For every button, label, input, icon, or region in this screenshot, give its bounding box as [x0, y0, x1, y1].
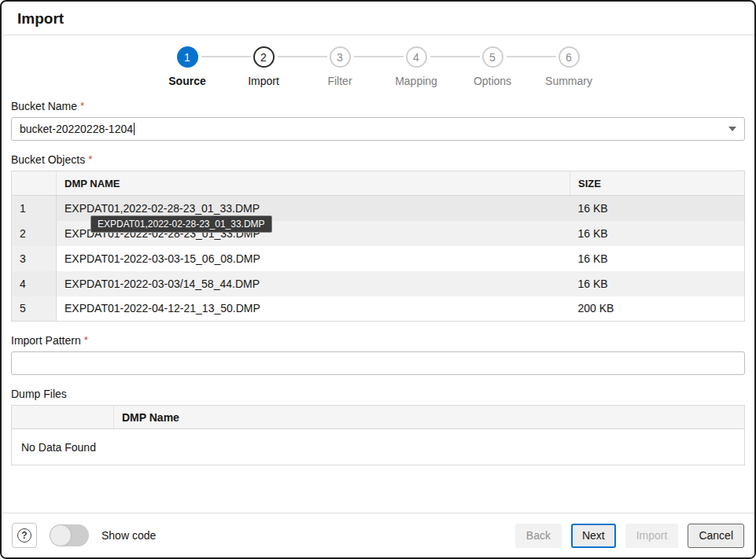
help-button[interactable]: ? [12, 523, 37, 548]
bucket-objects-label: Bucket Objects* [11, 153, 745, 166]
dump-files-table: DMP Name No Data Found [11, 405, 745, 465]
row-number-header [12, 171, 57, 196]
import-pattern-label: Import Pattern* [11, 334, 745, 347]
step-label-options: Options [474, 75, 511, 87]
required-marker: * [80, 100, 84, 112]
dialog-titlebar: Import [2, 2, 754, 35]
toggle-knob-icon [50, 525, 71, 546]
step-label-source: Source [168, 75, 205, 87]
dump-files-label: Dump Files [11, 388, 745, 400]
size-cell: 16 KB [570, 196, 745, 221]
step-mapping[interactable]: 4 Mapping [378, 46, 455, 87]
import-pattern-label-text: Import Pattern [11, 334, 81, 347]
step-import[interactable]: 2 Import [226, 46, 302, 87]
table-row[interactable]: 5 EXPDAT01-2022-04-12-21_13_50.DMP 200 K… [12, 296, 745, 322]
required-marker: * [88, 153, 92, 165]
cancel-button[interactable]: Cancel [688, 524, 744, 548]
bucket-objects-table: DMP NAME SIZE 1 EXPDAT01,2022-02-28-23_0… [11, 171, 745, 322]
next-button[interactable]: Next [571, 524, 616, 548]
empty-row: No Data Found [12, 429, 745, 465]
size-cell: 200 KB [570, 296, 745, 322]
step-circle-5: 5 [482, 46, 503, 68]
back-button[interactable]: Back [515, 524, 562, 548]
dmp-name-cell: EXPDAT01-2022-04-12-21_13_50.DMP [57, 296, 570, 322]
step-label-filter: Filter [327, 75, 352, 87]
dmp-name-cell: EXPDAT01-2022-03-03-15_06_08.DMP [57, 246, 570, 271]
step-label-mapping: Mapping [395, 75, 437, 87]
dump-files-label-text: Dump Files [11, 388, 67, 400]
row-number-cell: 4 [12, 271, 57, 296]
step-summary[interactable]: 6 Summary [531, 46, 607, 87]
row-number-header [12, 406, 114, 429]
import-dialog: Import 1 Source 2 Import 3 Filter 4 Mapp… [0, 0, 756, 559]
import-button[interactable]: Import [625, 524, 679, 548]
dmp-name-cell: EXPDAT01-2022-03-03/14_58_44.DMP [57, 271, 570, 296]
step-filter[interactable]: 3 Filter [302, 46, 378, 87]
step-source[interactable]: 1 Source [149, 46, 226, 87]
text-cursor [134, 123, 135, 135]
table-row[interactable]: 3 EXPDAT01-2022-03-03-15_06_08.DMP 16 KB [12, 246, 745, 271]
show-code-toggle[interactable] [50, 524, 89, 546]
bucket-name-select[interactable]: bucket-20220228-1204 [11, 117, 745, 141]
size-cell: 16 KB [570, 221, 745, 246]
size-header: SIZE [570, 171, 745, 196]
row-number-cell: 5 [12, 296, 57, 322]
dmp-name-header: DMP NAME [57, 171, 570, 196]
bucket-name-label-text: Bucket Name [11, 100, 77, 112]
dump-files-header-row: DMP Name [12, 406, 745, 429]
row-number-cell: 3 [12, 246, 57, 271]
no-data-message: No Data Found [12, 429, 745, 465]
question-mark-icon: ? [17, 528, 31, 542]
dialog-title: Import [17, 10, 739, 28]
dmp-name-tooltip: EXPDAT01,2022-02-28-23_01_33.DMP [90, 215, 272, 233]
dialog-footer: ? Show code Back Next Import Cancel [2, 513, 754, 557]
size-cell: 16 KB [570, 246, 745, 271]
required-marker: * [84, 334, 88, 346]
wizard-stepper: 1 Source 2 Import 3 Filter 4 Mapping 5 O… [11, 46, 745, 87]
bucket-objects-header-row: DMP NAME SIZE [12, 171, 745, 196]
step-circle-2: 2 [253, 46, 275, 68]
bucket-objects-label-text: Bucket Objects [11, 153, 85, 166]
step-options[interactable]: 5 Options [455, 46, 531, 87]
row-number-cell: 2 [12, 221, 57, 246]
size-cell: 16 KB [570, 271, 745, 296]
table-row[interactable]: 4 EXPDAT01-2022-03-03/14_58_44.DMP 16 KB [12, 271, 745, 296]
dmp-name-header: DMP Name [114, 406, 745, 429]
chevron-down-icon[interactable] [728, 127, 736, 131]
step-circle-1: 1 [177, 46, 198, 68]
step-label-import: Import [248, 75, 279, 87]
bucket-name-value: bucket-20220228-1204 [20, 123, 133, 135]
bucket-name-label: Bucket Name* [11, 100, 745, 112]
step-circle-4: 4 [406, 46, 427, 68]
import-pattern-input[interactable] [11, 351, 745, 375]
dialog-content: 1 Source 2 Import 3 Filter 4 Mapping 5 O… [2, 35, 754, 513]
dump-files-table-wrap: DMP Name No Data Found [11, 405, 745, 465]
step-circle-6: 6 [559, 46, 580, 68]
step-label-summary: Summary [545, 75, 592, 87]
bucket-objects-table-wrap: DMP NAME SIZE 1 EXPDAT01,2022-02-28-23_0… [11, 171, 745, 322]
footer-buttons: Back Next Import Cancel [515, 524, 744, 548]
show-code-label: Show code [101, 529, 156, 542]
step-circle-3: 3 [330, 46, 351, 68]
row-number-cell: 1 [12, 196, 57, 221]
